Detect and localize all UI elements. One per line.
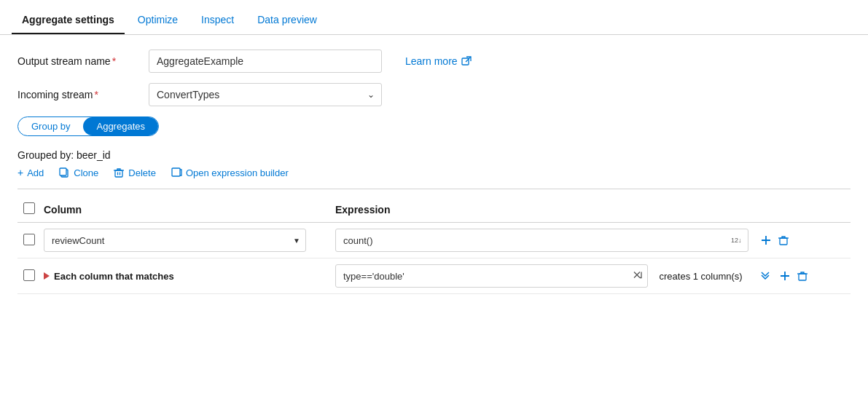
tab-optimize[interactable]: Optimize bbox=[128, 8, 188, 34]
row1-delete-icon bbox=[778, 234, 789, 246]
expression-header: Expression bbox=[335, 197, 754, 223]
delete-button[interactable]: Delete bbox=[113, 167, 156, 178]
row1-column-select-wrapper: reviewCount ▼ bbox=[44, 229, 306, 252]
add-button[interactable]: + Add bbox=[17, 167, 44, 178]
each-col-clear-button[interactable] bbox=[632, 270, 642, 282]
header-checkbox[interactable] bbox=[23, 202, 35, 214]
each-row-checkbox-cell bbox=[17, 258, 44, 294]
required-star-output: * bbox=[112, 55, 116, 67]
row1-actions-cell bbox=[754, 223, 851, 258]
learn-more-link[interactable]: Learn more bbox=[405, 55, 472, 67]
incoming-stream-select[interactable]: ConvertTypes bbox=[149, 83, 382, 106]
each-row-action-buttons bbox=[754, 269, 845, 282]
grouped-by-label: Grouped by: beer_id bbox=[17, 149, 851, 161]
row1-delete-button[interactable] bbox=[778, 234, 789, 246]
each-row-label-cell: Each column that matches bbox=[44, 258, 335, 294]
each-row-actions-cell bbox=[754, 258, 851, 294]
header-checkbox-cell bbox=[17, 197, 44, 223]
each-row-add-icon bbox=[779, 270, 791, 282]
output-stream-label: Output stream name* bbox=[17, 55, 149, 67]
row1-action-buttons bbox=[754, 234, 845, 246]
tab-data-preview[interactable]: Data preview bbox=[247, 8, 327, 34]
clone-icon bbox=[58, 167, 70, 178]
output-stream-input[interactable] bbox=[149, 50, 382, 73]
svg-rect-7 bbox=[799, 274, 806, 280]
output-stream-row: Output stream name* Learn more bbox=[17, 50, 851, 73]
expand-icon bbox=[760, 269, 773, 280]
external-link-icon bbox=[461, 56, 472, 66]
delete-icon bbox=[113, 167, 125, 178]
row1-checkbox[interactable] bbox=[23, 234, 35, 245]
row1-expression-input[interactable] bbox=[335, 229, 748, 252]
each-col-input-wrapper bbox=[335, 264, 648, 288]
row1-column-cell: reviewCount ▼ bbox=[44, 223, 335, 258]
each-row-delete-icon bbox=[797, 270, 808, 282]
required-star-incoming: * bbox=[94, 89, 98, 100]
toggle-group: Group by Aggregates bbox=[17, 116, 159, 136]
row1-expression-cell: 12↓ bbox=[335, 223, 754, 258]
svg-rect-2 bbox=[60, 168, 66, 175]
each-row-checkbox[interactable] bbox=[23, 269, 35, 281]
table-header-row: Column Expression bbox=[17, 197, 851, 223]
row1-expr-wrapper: 12↓ bbox=[335, 229, 748, 252]
each-col-input[interactable] bbox=[335, 264, 648, 288]
each-column-row: Each column that matches bbox=[17, 258, 851, 294]
main-content: Output stream name* Learn more Incoming … bbox=[0, 35, 868, 309]
each-row-delete-button[interactable] bbox=[797, 270, 808, 282]
incoming-stream-row: Incoming stream* ConvertTypes ⌄ bbox=[17, 83, 851, 106]
svg-rect-6 bbox=[780, 238, 787, 245]
each-column-label: Each column that matches bbox=[54, 271, 174, 282]
aggregate-table: Column Expression reviewCount ▼ bbox=[17, 197, 851, 294]
aggregates-toggle-button[interactable]: Aggregates bbox=[83, 117, 158, 135]
add-icon: + bbox=[17, 167, 23, 178]
svg-rect-3 bbox=[115, 170, 122, 177]
each-row-add-button[interactable] bbox=[779, 270, 791, 282]
svg-rect-0 bbox=[462, 58, 469, 65]
row1-column-select[interactable]: reviewCount bbox=[44, 229, 306, 252]
incoming-stream-select-wrapper: ConvertTypes ⌄ bbox=[149, 83, 382, 106]
each-row-input-cell: creates 1 column(s) bbox=[335, 258, 754, 294]
action-bar: + Add Clone Delete Open expressi bbox=[17, 167, 851, 178]
expr-format-icon: 12↓ bbox=[731, 234, 743, 245]
open-expr-icon bbox=[171, 167, 182, 178]
row1-expr-icon-button[interactable]: 12↓ bbox=[731, 234, 743, 247]
tabs-bar: Aggregate settings Optimize Inspect Data… bbox=[0, 0, 868, 35]
incoming-stream-label: Incoming stream* bbox=[17, 89, 149, 100]
column-header: Column bbox=[44, 197, 335, 223]
tab-inspect[interactable]: Inspect bbox=[191, 8, 244, 34]
tab-aggregate-settings[interactable]: Aggregate settings bbox=[12, 8, 125, 34]
expand-triangle-icon bbox=[44, 272, 50, 280]
svg-text:12↓: 12↓ bbox=[731, 237, 742, 244]
clear-icon bbox=[632, 270, 642, 280]
row1-add-icon bbox=[760, 234, 772, 246]
table-divider bbox=[17, 189, 851, 189]
group-by-toggle-button[interactable]: Group by bbox=[18, 117, 83, 135]
each-row-expand-button[interactable] bbox=[760, 269, 773, 282]
clone-button[interactable]: Clone bbox=[58, 167, 98, 178]
svg-rect-4 bbox=[172, 168, 180, 176]
open-expression-builder-button[interactable]: Open expression builder bbox=[171, 167, 289, 178]
row1-add-button[interactable] bbox=[760, 234, 772, 246]
row1-checkbox-cell bbox=[17, 223, 44, 258]
creates-column-label: creates 1 column(s) bbox=[654, 271, 748, 282]
table-row: reviewCount ▼ 12↓ bbox=[17, 223, 851, 258]
